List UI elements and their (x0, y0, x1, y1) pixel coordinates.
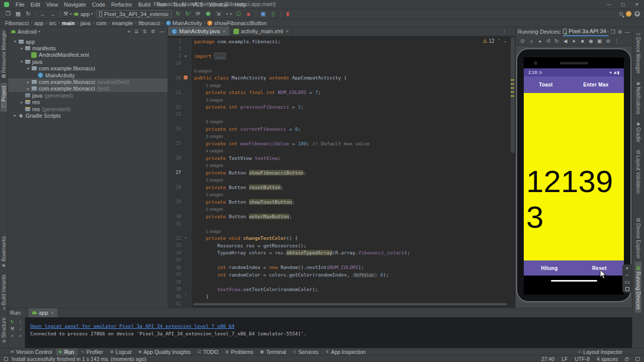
usages-hint-label[interactable]: 5 usages (194, 119, 223, 124)
notifications-icon[interactable] (635, 357, 640, 361)
settings-icon[interactable]: ⚙ (151, 29, 155, 35)
snapshot-icon[interactable]: ⊚ (604, 38, 612, 44)
editor-vertical-scrollbar[interactable] (511, 37, 515, 153)
logcat-button[interactable]: ▮ (283, 10, 292, 18)
open-folder-icon[interactable]: ❒ (4, 10, 13, 18)
chevron-down-icon[interactable]: ▾ (19, 46, 25, 51)
tree-item-java[interactable]: ▾java (8, 58, 168, 65)
minimize-button[interactable]: — (602, 2, 616, 7)
tool-stripe-layout-validation[interactable]: ▥Layout Validation (635, 145, 641, 197)
breadcrumb-item-src[interactable]: src (49, 20, 56, 26)
fold-expand-icon[interactable]: + (181, 54, 190, 58)
menu-file[interactable]: File (13, 2, 28, 8)
down-stack-button[interactable]: ↓ (17, 326, 25, 331)
chevron-down-icon[interactable]: ▾ (19, 59, 25, 64)
usages-hint-label[interactable]: 4 usages (194, 148, 223, 153)
usages-hint-label[interactable]: 2 usages (194, 192, 223, 197)
debug-button[interactable]: ⬟ (204, 10, 213, 18)
usages-hint-label[interactable]: 1 usage (194, 229, 221, 234)
menu-build[interactable]: Build (135, 2, 153, 8)
menu-code[interactable]: Code (89, 2, 108, 8)
caret-position[interactable]: 27:40 (541, 356, 554, 362)
chevron-right-icon[interactable]: ▸ (25, 86, 31, 91)
close-icon[interactable]: ✕ (51, 311, 54, 315)
editor-horizontal-scrollbar[interactable] (193, 303, 507, 305)
breadcrumb-item-com[interactable]: com (96, 20, 107, 26)
tool-window-button-logcat[interactable]: ≣Logcat (107, 348, 135, 355)
settings-icon[interactable]: ⚙ (618, 29, 622, 35)
running-devices-button[interactable]: ▯ (269, 10, 278, 18)
usages-hint-label[interactable]: 3 usages (194, 98, 223, 103)
tree-item-app[interactable]: ▾app (8, 38, 168, 45)
screen-record-icon[interactable]: ▣ (596, 38, 603, 44)
zoom-reset-button[interactable]: 1:1 (625, 280, 630, 285)
tool-stripe-structure[interactable]: ≣Structure (1, 315, 7, 347)
attach-debugger-button[interactable]: ⇲ (214, 10, 223, 18)
apply-code-changes-button[interactable]: ⟳ (194, 10, 203, 18)
fold-end-icon[interactable]: ⌃ (181, 294, 190, 299)
profile-low-overhead-button[interactable]: ⬡ (234, 10, 243, 18)
zoom-in-button[interactable]: + (626, 266, 629, 271)
tool-stripe-running-devices[interactable]: ▦Running Devices (635, 261, 641, 313)
run-configuration-selector[interactable]: app▾ (74, 11, 93, 17)
profiler-button[interactable]: ◔▾ (224, 10, 233, 18)
file-encoding[interactable]: UTF-8 (575, 356, 590, 362)
chevron-right-icon[interactable]: ▸ (19, 100, 25, 105)
tool-window-button-problems[interactable]: ◍Problems (222, 348, 257, 355)
more-icon[interactable]: ⋮ (613, 38, 620, 44)
profile-avatar[interactable] (634, 11, 640, 17)
usages-hint-label[interactable]: 6 usages (194, 68, 212, 73)
open-logcat-link[interactable]: Open logcat panel for emulator Pixel 3a … (30, 323, 234, 329)
maximize-button[interactable]: ▢ (616, 2, 630, 7)
close-icon[interactable]: ✕ (222, 29, 226, 34)
editor-tab-mainactivity-java[interactable]: CMainActivity.java✕ (168, 27, 230, 36)
volume-down-icon[interactable]: ◃ (527, 38, 535, 44)
chevron-down-icon[interactable]: ▾ (12, 39, 18, 44)
menu-navigate[interactable]: Navigate (61, 2, 89, 8)
zoom-out-button[interactable]: − (626, 273, 629, 278)
close-button[interactable]: ✕ (630, 2, 644, 7)
screenshot-icon[interactable]: ◉ (587, 38, 595, 44)
breadcrumb-item-Fibonacci[interactable]: Fibonacci (5, 20, 29, 26)
usages-hint-label[interactable]: 1 usage (194, 83, 221, 88)
next-warning-icon[interactable]: ⌄ (504, 39, 507, 43)
run-class-gutter-icon[interactable] (181, 75, 190, 80)
usages-hint-label[interactable]: 2 usages (194, 177, 223, 183)
edit-configuration-button[interactable]: ⚒ (9, 326, 17, 331)
apply-changes-button[interactable]: ↻' (184, 10, 193, 18)
tree-item-res[interactable]: res(generated) (8, 106, 168, 112)
tool-window-button-terminal[interactable]: ▣Terminal (257, 348, 289, 355)
tool-stripe-device-explorer[interactable]: ▤Device Explorer (635, 213, 641, 262)
tool-window-button-profiler[interactable]: ∿Profiler (77, 348, 107, 355)
tool-window-button-app-inspection[interactable]: ↯App Inspection (322, 348, 369, 355)
expand-button-2[interactable]: » (17, 333, 25, 338)
tool-window-button-run[interactable]: ▶Run (56, 348, 77, 355)
tree-item-mainactivity[interactable]: CMainActivity (8, 72, 168, 78)
device-manager-button[interactable]: ▣ (259, 10, 268, 18)
breadcrumb-item-example[interactable]: example (112, 20, 133, 26)
locate-file-icon[interactable]: ⌖ (128, 29, 131, 35)
tree-item-com-example-fibonacci[interactable]: ▸com.example.fibonacci(test) (8, 85, 168, 92)
usages-hint-label[interactable]: 2 usages (194, 207, 223, 212)
fit-to-window-button[interactable] (625, 287, 629, 291)
lock-icon[interactable] (625, 358, 628, 361)
tree-item-com-example-fibonacci[interactable]: ▸com.example.fibonacci(androidTest) (8, 78, 168, 85)
tool-window-button-version-control[interactable]: ⇄Version Control (7, 348, 56, 355)
project-view-selector[interactable]: Android (18, 29, 37, 35)
expand-icon[interactable]: ⇅ (143, 29, 147, 35)
stop-button[interactable]: ■ (244, 10, 253, 18)
tool-stripe-build-variants[interactable]: ≔Build Variants (1, 272, 7, 315)
back-icon[interactable]: ← (38, 10, 47, 18)
tree-item-gradle-scripts[interactable]: ▸◆Gradle Scripts (8, 112, 168, 119)
volume-up-icon[interactable]: ◂ (536, 38, 543, 44)
chevron-right-icon[interactable]: ▸ (25, 80, 31, 84)
device-tab[interactable]: Pixel 3a API 34 extension leve (563, 27, 608, 36)
tree-item-com-example-fibonacci[interactable]: ▾com.example.fibonacci (8, 65, 168, 72)
home-pill[interactable] (551, 280, 597, 282)
chevron-down-icon[interactable]: ▾ (25, 66, 31, 71)
expand-button[interactable]: » (9, 333, 17, 338)
tool-window-button-services[interactable]: ◇Services (290, 348, 322, 355)
rerun-button[interactable]: ↻ (9, 319, 17, 324)
breadcrumb-item-fibonacci[interactable]: fibonacci (138, 20, 160, 26)
device-selector[interactable]: Pixel_3a_API_34_extension_level_7_x86… (96, 10, 172, 18)
